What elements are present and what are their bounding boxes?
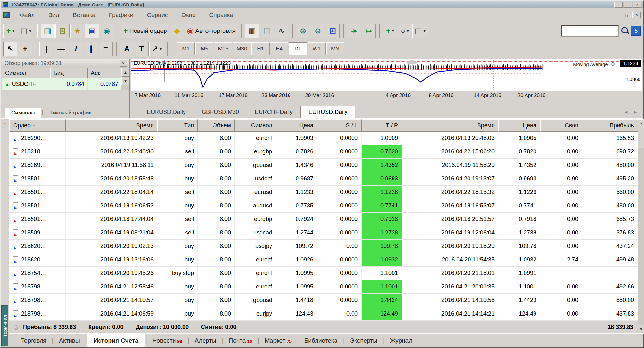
chart-tab[interactable]: EURCHF,Daily — [247, 106, 300, 118]
timeframe-M30[interactable]: M30 — [233, 42, 251, 55]
column-header[interactable]: Время — [402, 119, 498, 132]
menu-item[interactable]: Вид — [42, 10, 66, 21]
scroll-up-button[interactable]: ▲ — [121, 68, 129, 77]
navigator-toggle[interactable]: ★ — [70, 24, 84, 38]
column-header[interactable]: Прибыль — [582, 119, 638, 132]
trendline-tool[interactable]: / — [69, 42, 83, 56]
minimize-button[interactable]: _ — [614, 2, 623, 8]
close-button[interactable]: × — [633, 2, 641, 8]
strategy-tester-toggle[interactable]: ◉ — [100, 24, 114, 38]
column-header[interactable]: Цена — [498, 119, 540, 132]
search-icon[interactable] — [620, 26, 630, 36]
terminal-tab[interactable]: Торговля — [15, 334, 52, 347]
menu-item[interactable]: Справка — [202, 10, 240, 21]
autoscroll-button[interactable]: ↠ — [347, 24, 361, 38]
mw-column-header[interactable]: Символ — [2, 68, 50, 78]
profiles-button[interactable]: ▤▾ — [18, 24, 33, 38]
chart-plot[interactable]: EURUSD,Daily 1.1288 1.1300 1.1219 1.1223… — [131, 59, 619, 91]
market-watch-toggle[interactable]: ▦ — [41, 24, 55, 38]
scrollbar-up-button[interactable]: ▲ — [638, 119, 644, 127]
timeframe-D1[interactable]: D1 — [289, 42, 307, 55]
data-window-toggle[interactable]: ⊞ — [55, 24, 70, 38]
line-chart-button[interactable]: ∿ — [275, 24, 289, 38]
new-chart-button[interactable]: +▾ — [3, 24, 17, 38]
chart-tab[interactable]: GBPUSD,M30 — [194, 106, 247, 118]
terminal-tab[interactable]: Почта10 — [223, 334, 258, 347]
table-row[interactable]: 218509…2016.04.19 08:21:04sell8.00usdcad… — [9, 226, 638, 240]
zoom-out-button[interactable]: ⊖ — [311, 24, 325, 38]
table-row[interactable]: 218754…2016.04.20 19:45:26buy stop8.00eu… — [9, 267, 638, 280]
table-row[interactable]: 218369…2016.04.19 11:58:11buy8.00gbpusd1… — [9, 159, 638, 172]
column-header[interactable]: Объем — [198, 119, 235, 132]
terminal-tab[interactable]: Активы — [53, 334, 85, 347]
terminal-tab[interactable]: Эксперты — [345, 334, 383, 347]
scrollbar-thumb[interactable] — [638, 127, 644, 148]
chart-tab[interactable]: EURUSD,Daily — [300, 106, 355, 118]
fibonacci-tool[interactable]: ≡ — [99, 42, 113, 56]
mw-column-header[interactable]: Бид — [50, 68, 88, 78]
chart-tab[interactable]: EURUSD,Daily — [139, 106, 194, 118]
zoom-in-button[interactable]: ⊕ — [296, 24, 310, 38]
scroll-down-button[interactable]: ▼ — [121, 77, 129, 85]
metaeditor-button[interactable]: ◆ — [170, 24, 184, 38]
autotrading-button[interactable]: ◉Авто-торговля — [185, 24, 238, 38]
timeframe-M15[interactable]: M15 — [214, 42, 232, 55]
menu-item[interactable]: Сервис — [140, 10, 175, 21]
terminal-tab[interactable]: Маркет75 — [259, 334, 297, 347]
scrollbar-track[interactable] — [638, 148, 644, 325]
menu-item[interactable]: Графики — [102, 10, 140, 21]
table-row[interactable]: 218501…2016.04.20 18:58:48buy8.00usdchf0… — [9, 172, 638, 186]
column-header[interactable]: Время — [66, 119, 157, 132]
templates-button[interactable]: ▤▾ — [412, 24, 428, 38]
tab-scroll-left-icon[interactable]: ◄ — [622, 108, 630, 115]
timeframe-H4[interactable]: H4 — [270, 42, 288, 55]
chart-shift-button[interactable]: ↦ — [362, 24, 376, 38]
terminal-tab[interactable]: История Счета — [87, 334, 145, 347]
terminal-tab[interactable]: Новости99 — [147, 334, 188, 347]
expert-advisor-icon[interactable]: ☺ — [610, 61, 616, 67]
timeframe-MN[interactable]: MN — [326, 42, 344, 55]
column-header[interactable]: Тип — [157, 119, 198, 132]
timeframe-M5[interactable]: M5 — [195, 42, 213, 55]
column-header[interactable]: Своп — [540, 119, 582, 132]
mdi-restore-button[interactable]: ◱ — [623, 12, 631, 18]
table-row[interactable]: 218798…2016.04.21 12:58:46buy8.00eurchf1… — [9, 280, 638, 294]
horizontal-line-tool[interactable]: — — [54, 42, 68, 56]
arrows-tool[interactable]: ↗▾ — [149, 42, 164, 56]
cursor-tool[interactable]: ↖ — [3, 42, 17, 56]
mw-column-header[interactable]: Аск — [88, 68, 121, 78]
maximize-button[interactable]: □ — [624, 2, 632, 8]
mdi-minimize-button[interactable]: _ — [614, 12, 622, 18]
new-order-button[interactable]: +Новый ордер — [121, 24, 169, 38]
column-header[interactable]: T / P — [362, 119, 402, 132]
market-watch-close-button[interactable]: × — [120, 60, 127, 67]
crosshair-tool[interactable]: + — [18, 42, 32, 56]
column-header[interactable]: Символ — [235, 119, 276, 132]
indicators-button[interactable]: +▾ — [383, 24, 397, 38]
table-row[interactable]: 218620…2016.04.20 19:02:13buy8.00usdjpy1… — [9, 240, 638, 253]
table-row[interactable]: 218290…2016.04.13 19:42:23buy8.00eurchf1… — [9, 132, 638, 145]
table-row[interactable]: 218798…2016.04.21 14:10:57buy8.00gbpusd1… — [9, 294, 638, 307]
menu-item[interactable]: Окно — [175, 10, 202, 21]
price-scale[interactable]: 1.1223 1.0860 — [619, 59, 642, 91]
symbol-row[interactable]: ▲USDCHF0.97840.9787 — [2, 78, 121, 90]
column-header[interactable]: Цена — [276, 119, 317, 132]
terminal-close-button[interactable]: × — [2, 120, 8, 126]
periods-button[interactable]: ○▾ — [398, 24, 412, 38]
scroll-track[interactable] — [121, 85, 129, 90]
equidistant-channel-tool[interactable]: ∥ — [84, 42, 98, 56]
terminal-side-tab[interactable]: Терминал — [1, 305, 8, 346]
timeframe-H1[interactable]: H1 — [251, 42, 270, 55]
bar-chart-button[interactable]: ▥ — [245, 24, 259, 38]
tile-windows-button[interactable]: ⊞ — [326, 24, 340, 38]
terminal-tab[interactable]: Журнал — [384, 334, 418, 347]
search-input[interactable] — [561, 25, 619, 37]
menu-item[interactable]: Файл — [13, 10, 42, 21]
mw-tab[interactable]: Тиковый график — [44, 108, 97, 118]
search-results-badge[interactable]: 5 — [631, 26, 641, 36]
table-row[interactable]: 218620…2016.04.19 13:16:06buy8.00eurchf1… — [9, 253, 638, 267]
table-row[interactable]: 218798…2016.04.21 14:06:59buy8.00eurjpy1… — [9, 307, 638, 321]
mdi-close-button[interactable]: × — [632, 12, 641, 18]
terminal-toggle[interactable]: ▣ — [85, 24, 99, 38]
menu-item[interactable]: Вставка — [66, 10, 102, 21]
